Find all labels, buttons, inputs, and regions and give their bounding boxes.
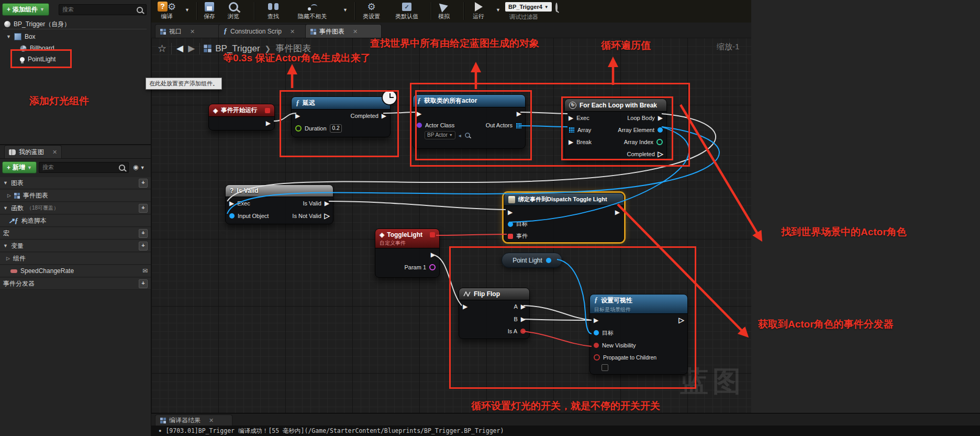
play-button[interactable]: 运行 <box>473 1 484 20</box>
exec-in-pin[interactable]: ▶ <box>229 200 234 206</box>
int-pin[interactable] <box>656 139 663 145</box>
object-out-pin[interactable] <box>546 258 551 263</box>
filter-eye-button[interactable]: ◉ ▼ <box>133 164 145 171</box>
node-bind-event-dispatch-toggle-light[interactable]: 绑定事件到Dispatch Toggle Light ▶ ▶ 目标 事件 <box>504 193 624 242</box>
item-event-graph[interactable]: ▷ 事件图表 <box>0 190 151 202</box>
find-button[interactable]: 查找 <box>268 1 279 20</box>
exec-out-hollow-pin[interactable]: ▶ <box>679 317 684 323</box>
exec-out-hollow-pin[interactable]: ▶ <box>325 213 329 219</box>
hide-unrelated-button[interactable]: 隐藏不相关 <box>298 1 327 20</box>
section-macros[interactable]: 宏 + <box>0 227 151 239</box>
exec-out-pin[interactable]: ▶ <box>431 252 436 258</box>
object-pin[interactable] <box>658 127 663 133</box>
component-root-item[interactable]: BP_Trigger（自身） <box>4 19 70 29</box>
component-item-billboard[interactable]: Billboard <box>20 43 54 53</box>
my-blueprint-search-input[interactable]: 搜索 <box>39 162 129 173</box>
forward-arrow-icon[interactable]: ▶ <box>188 43 195 54</box>
node-set-visibility[interactable]: ƒ 设置可视性 目标是场景组件 ▶ ▶ 目标 New Visibility Pr… <box>589 294 688 375</box>
node-get-all-actors-of-class[interactable]: ƒ 获取类的所有actor ▶ ▶ Actor Class Out Actors… <box>413 94 526 149</box>
break-exec-pin[interactable]: ▶ <box>569 139 573 145</box>
new-button[interactable]: + 新增 ▼ <box>2 161 37 173</box>
exec-in-pin[interactable]: ▶ <box>417 111 421 117</box>
target-pin[interactable] <box>594 330 599 335</box>
tab-construction-script[interactable]: ƒ Construction Scrip ✕ <box>218 24 308 38</box>
debug-search-icon[interactable] <box>555 4 558 11</box>
visibility-icon[interactable]: ✉ <box>142 267 148 275</box>
component-item-box[interactable]: ▼ Box <box>6 31 36 42</box>
exec-out-pin[interactable]: ▶ <box>266 120 271 126</box>
exec-in-pin[interactable]: ▶ <box>295 113 300 119</box>
exec-out-pin-a[interactable]: ▶ <box>521 303 526 310</box>
exec-out-pin[interactable]: ▶ <box>382 113 386 119</box>
add-macro-button[interactable]: + <box>139 229 148 238</box>
component-item-pointlight[interactable]: PointLight <box>20 54 55 64</box>
tab-viewport[interactable]: 视口 ✕ <box>155 24 222 38</box>
close-icon[interactable]: ✕ <box>190 28 195 35</box>
variable-speedchangerate[interactable]: SpeedChangeRate ✉ <box>0 265 151 277</box>
section-functions[interactable]: ▼ 函数 （18可覆盖） + <box>0 202 151 214</box>
section-variables[interactable]: ▼ 变量 + <box>0 240 151 252</box>
use-selected-icon[interactable]: ◂ <box>459 133 461 138</box>
class-pin[interactable] <box>417 123 422 128</box>
node-delay[interactable]: ƒ 延迟 ▶ Completed ▶ Duration 0.2 <box>291 96 391 137</box>
save-button[interactable]: 保存 <box>204 1 215 20</box>
compile-button[interactable]: ?⚙ 编译 <box>158 1 176 20</box>
exec-out-pin-b[interactable]: ▶ <box>521 316 526 322</box>
delegate-pin[interactable] <box>430 232 435 237</box>
add-graph-button[interactable]: + <box>139 179 148 188</box>
section-event-dispatchers[interactable]: 事件分发器 + <box>0 278 151 290</box>
delegate-pin[interactable] <box>508 234 513 239</box>
class-defaults-button[interactable]: ✓ 类默认值 <box>395 1 418 20</box>
exec-in-pin[interactable]: ▶ <box>508 209 513 215</box>
compiler-results-tab[interactable]: 编译器结果 ✕ <box>155 415 232 426</box>
exec-in-pin[interactable]: ▶ <box>463 303 467 310</box>
float-pin[interactable] <box>295 125 302 132</box>
exec-out-pin[interactable]: ▶ <box>325 200 329 206</box>
play-options-caret[interactable]: ▼ <box>496 7 500 13</box>
bool-pin[interactable] <box>520 329 526 334</box>
hide-unrelated-caret[interactable]: ▼ <box>343 7 348 13</box>
my-blueprint-tab[interactable]: 我的蓝图 ✕ <box>4 145 62 159</box>
class-select-dropdown[interactable]: BP Actor ▼ <box>425 131 455 139</box>
section-graphs[interactable]: ▼ 图表 + <box>0 177 151 189</box>
duration-value-input[interactable]: 0.2 <box>330 124 342 133</box>
add-dispatcher-button[interactable]: + <box>139 279 148 288</box>
exec-in-pin[interactable]: ▶ <box>569 115 573 121</box>
exec-out-pin[interactable]: ▶ <box>615 209 620 215</box>
array-pin[interactable] <box>516 123 521 128</box>
browse-asset-icon[interactable] <box>465 133 470 138</box>
event-graph-canvas[interactable]: ☆ ◀ ▶ BP_Trigger ❯ 事件图表 缩放-1 蓝图 ◈ 事件开始运行… <box>151 38 751 413</box>
bool-pin-new-visibility[interactable] <box>594 343 599 348</box>
node-event-beginplay[interactable]: ◈ 事件开始运行 ▶ <box>208 104 275 130</box>
compile-options-caret[interactable]: ▼ <box>185 7 190 13</box>
exec-out-pin[interactable]: ▶ <box>517 111 521 117</box>
component-search-input[interactable]: 搜索 <box>59 4 147 15</box>
exec-out-hollow-pin[interactable]: ▶ <box>658 151 663 157</box>
node-foreach-loop-with-break[interactable]: ↻ For Each Loop with Break ▶ Exec Loop B… <box>564 99 667 160</box>
browse-button[interactable]: 浏览 <box>228 1 239 20</box>
class-settings-button[interactable]: ⚙ 类设置 <box>363 1 380 20</box>
wildcard-pin[interactable] <box>429 264 436 270</box>
close-icon[interactable]: ✕ <box>353 28 358 35</box>
close-icon[interactable]: ✕ <box>290 28 295 35</box>
exec-in-pin[interactable]: ▶ <box>594 317 598 323</box>
array-pin[interactable] <box>569 127 574 133</box>
node-point-light-getter[interactable]: Point Light <box>502 253 562 268</box>
close-icon[interactable]: ✕ <box>209 417 214 424</box>
add-variable-button[interactable]: + <box>139 242 148 250</box>
exec-out-pin[interactable]: ▶ <box>658 115 663 121</box>
close-icon[interactable]: ✕ <box>52 149 57 156</box>
add-function-button[interactable]: + <box>139 204 148 213</box>
back-arrow-icon[interactable]: ◀ <box>176 43 183 54</box>
node-is-valid[interactable]: ? Is Valid ▶ Exec Is Valid ▶ Input Objec… <box>225 184 333 224</box>
add-component-button[interactable]: + 添加组件 ▼ <box>2 3 49 16</box>
tab-event-graph[interactable]: 事件图表 ✕ <box>305 24 382 38</box>
bool-pin-propagate[interactable] <box>594 354 600 361</box>
item-construction-script[interactable]: ↗ƒ 构造脚本 <box>0 215 151 227</box>
object-pin[interactable] <box>229 213 235 219</box>
node-togglelight-custom-event[interactable]: ◈ ToggleLight 自定义事件 ▶ Param 1 <box>375 228 440 278</box>
propagate-checkbox[interactable] <box>602 364 608 371</box>
target-pin[interactable] <box>508 222 513 227</box>
simulate-button[interactable]: 模拟 <box>438 1 450 20</box>
debug-object-dropdown[interactable]: BP_Trigger4 ▼ <box>505 2 552 12</box>
